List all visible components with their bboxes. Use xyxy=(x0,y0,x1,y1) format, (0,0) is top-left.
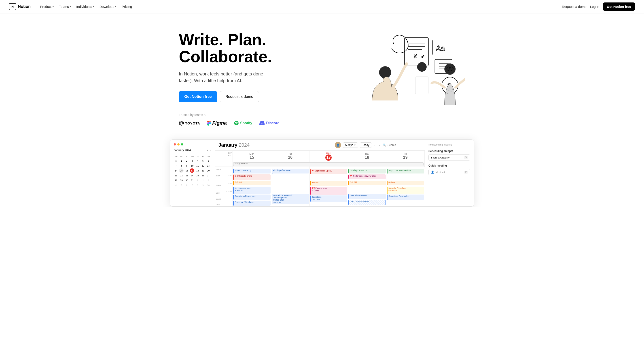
day-cell[interactable]: 13 xyxy=(206,163,211,168)
logo-link[interactable]: N Notion xyxy=(9,3,31,10)
request-demo-nav-button[interactable]: Request a demo xyxy=(562,5,586,9)
day-cell[interactable]: 16 xyxy=(184,168,189,173)
event-martin-luther[interactable]: Martin Luther King ... xyxy=(233,169,270,173)
day-cell[interactable]: 20 xyxy=(206,168,211,173)
day-cell[interactable]: 2 xyxy=(201,178,205,183)
day-cell[interactable]: 10 xyxy=(190,163,194,168)
get-notion-free-nav-button[interactable]: Get Notion free xyxy=(603,3,635,11)
day-cell-selected[interactable]: 15 xyxy=(179,168,184,173)
day-cell[interactable]: 29 xyxy=(179,178,184,183)
cal-next-button[interactable]: › xyxy=(378,142,381,148)
allday-col-0: ✕ Augusto OOO xyxy=(233,162,271,166)
day-cell[interactable]: 25 xyxy=(196,173,200,178)
day-cell[interactable]: 1 xyxy=(179,158,184,163)
event-operations-wed[interactable]: Operations10–11 AM xyxy=(310,196,348,202)
day-cell[interactable]: 9 xyxy=(184,163,189,168)
nav-right: Request a demo Log in Get Notion free xyxy=(562,3,635,11)
cal-search: 🔍 xyxy=(383,143,421,147)
event-post-launch[interactable]: 🚩🚩 Post-Launc...9–10 AM xyxy=(310,187,348,195)
day-cell[interactable]: 24 xyxy=(190,173,194,178)
event-ops-research-thu[interactable]: Operations Research : xyxy=(348,194,386,199)
allday-event[interactable]: ✕ Augusto OOO xyxy=(233,162,424,166)
day-cell[interactable]: 5 xyxy=(179,183,184,188)
event-liam-stephanie[interactable]: Liam / Stephanie wee ... xyxy=(348,200,386,205)
maximize-window-dot[interactable] xyxy=(181,143,183,145)
cal-prev-button[interactable]: ‹ xyxy=(374,142,376,148)
event-ops-research-tue[interactable]: Operations Research :John:StephanieCoffe… xyxy=(272,194,309,205)
day-cell[interactable]: 6 xyxy=(184,183,189,188)
event-santiago-trip[interactable]: Santiago work trip! xyxy=(348,169,386,173)
share-availability-button[interactable]: Share availability S xyxy=(428,154,470,160)
day-cell[interactable]: 23 xyxy=(184,173,189,178)
meet-with-input-container: 👤 F xyxy=(428,169,470,175)
close-window-dot[interactable] xyxy=(174,143,176,145)
event-fernando-stephanie[interactable]: Fernando / Stephanie xyxy=(233,201,270,206)
day-cell[interactable]: 7 xyxy=(190,183,194,188)
day-label-th: Th xyxy=(196,155,200,158)
day-cell[interactable]: 4 xyxy=(196,158,200,163)
user-avatar: 👤 xyxy=(335,142,341,148)
day-cell[interactable]: 18 xyxy=(196,168,200,173)
day-cell[interactable]: 3 xyxy=(190,158,194,163)
day-cell[interactable]: 30 xyxy=(184,178,189,183)
svg-rect-4 xyxy=(209,121,211,122)
nav-pricing[interactable]: Pricing xyxy=(120,3,134,10)
day-cell[interactable]: 1 xyxy=(196,178,200,183)
event-salvador-stephan[interactable]: Salvador / Stephan...9–9:45 AM xyxy=(387,187,424,194)
events-col-fri: Stay: Hotel Panamerican 8–9 AM Salvador … xyxy=(386,167,425,206)
day-cell[interactable]: 26 xyxy=(201,173,205,178)
search-input[interactable] xyxy=(388,143,421,147)
event-ops-research-mon[interactable]: Operations Research ... xyxy=(233,195,270,200)
day-cell[interactable]: 31 xyxy=(174,158,178,163)
day-cell[interactable]: 31 xyxy=(190,178,194,183)
event-8-9am-mon[interactable]: 8–9 AM xyxy=(233,181,270,185)
day-cell[interactable]: 27 xyxy=(206,173,211,178)
day-cell[interactable]: 14 xyxy=(174,168,178,173)
svg-rect-6 xyxy=(207,124,209,126)
event-hotel-stay[interactable]: Stay: Hotel Panamerican xyxy=(387,169,424,173)
day-cell[interactable]: 22 xyxy=(179,173,184,178)
mini-cal-next-button[interactable]: › xyxy=(209,148,211,152)
day-date: 18 xyxy=(365,155,369,160)
event-8-9am-wed[interactable]: 8–9 AM xyxy=(310,181,348,186)
day-cell[interactable]: 6 xyxy=(206,158,211,163)
event-8-9am-fri[interactable]: 8–9 AM xyxy=(387,181,424,185)
day-cell-today[interactable]: 17 xyxy=(190,168,194,173)
day-cell[interactable]: 3 xyxy=(206,178,211,183)
day-cell[interactable]: 7 xyxy=(174,163,178,168)
nav-product[interactable]: Product ▾ xyxy=(38,3,56,10)
day-col-thu: Thu 18 xyxy=(348,151,386,162)
minimize-window-dot[interactable] xyxy=(177,143,180,145)
login-button[interactable]: Log in xyxy=(590,5,599,9)
days-view-button[interactable]: 5 days ▾ xyxy=(343,142,358,148)
nav-individuals[interactable]: Individuals ▾ xyxy=(74,3,96,10)
event-8-9am-thu[interactable]: 8–9 AM xyxy=(348,181,386,185)
day-cell[interactable]: 5 xyxy=(201,158,205,163)
meet-with-input[interactable] xyxy=(436,171,463,173)
event-perf-review[interactable]: 🚩 Performance review talks xyxy=(348,174,386,179)
event-q4-results[interactable]: ♺ Q4 results share xyxy=(233,174,270,180)
day-cell[interactable]: 8 xyxy=(179,163,184,168)
day-cell[interactable]: 11 xyxy=(196,163,200,168)
nav-teams[interactable]: Teams ▾ xyxy=(57,3,73,10)
day-cell[interactable]: 12 xyxy=(201,163,205,168)
day-cell[interactable]: 8 xyxy=(196,183,200,188)
event-ops-research-fri[interactable]: Operations Research : xyxy=(387,195,424,200)
day-cell[interactable]: 19 xyxy=(201,168,205,173)
day-cell[interactable]: 10 xyxy=(206,183,211,188)
day-col-mon: Mon 15 xyxy=(233,151,271,162)
day-cell[interactable]: 4 xyxy=(174,183,178,188)
day-cell[interactable]: 2 xyxy=(184,158,189,163)
day-cell[interactable]: 21 xyxy=(174,173,178,178)
event-dept-heads[interactable]: 🚩 Dept Heads Upda... xyxy=(310,169,348,174)
request-demo-hero-button[interactable]: Request a demo xyxy=(220,91,259,102)
day-cell[interactable]: 9 xyxy=(201,183,205,188)
event-finish-perf[interactable]: Finish performance ... xyxy=(272,169,309,173)
nav-download[interactable]: Download ▾ xyxy=(97,3,119,10)
tz-pst: PST xyxy=(216,154,232,156)
day-cell[interactable]: 28 xyxy=(174,178,178,183)
today-button[interactable]: Today xyxy=(360,142,372,148)
get-notion-free-hero-button[interactable]: Get Notion free xyxy=(179,91,217,102)
mini-cal-prev-button[interactable]: ‹ xyxy=(206,148,208,152)
event-tools-weekly[interactable]: Tools weekly sync9–9:45 AM xyxy=(233,187,270,194)
